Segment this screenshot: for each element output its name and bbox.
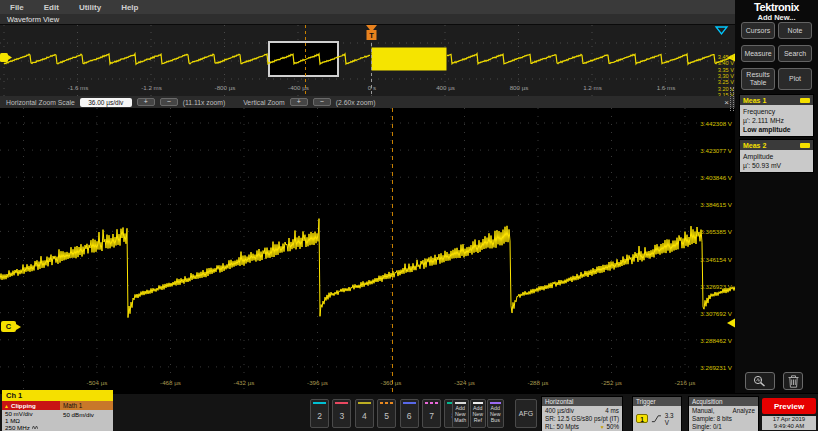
oscilloscope-app: FileEditUtilityHelp Waveform View T -1.6… xyxy=(0,0,818,431)
add-new-cursors-button[interactable]: Cursors xyxy=(741,22,775,39)
meas2-badge[interactable]: Meas 2 Amplitude µ': 50.93 mV xyxy=(739,139,814,173)
add-new-plot-button[interactable]: Plot xyxy=(778,68,812,90)
zoom-close-icon[interactable]: × xyxy=(724,98,729,107)
sidebar-splitter-handle[interactable] xyxy=(730,87,734,111)
math1-badge[interactable]: Math 1 50 dBm/div xyxy=(60,401,113,431)
main-voltage-label: 3.307692 V xyxy=(700,309,732,316)
record-length: RL: 50 Mpts xyxy=(545,423,579,431)
add-new-bus-button[interactable]: Add New Bus xyxy=(487,399,504,428)
channel4-color-strip xyxy=(358,402,371,404)
math1-badge-title[interactable]: Math 1 xyxy=(60,401,113,410)
overview-time-label: 1.2 ms xyxy=(583,84,602,91)
math1-scale: 50 dBm/div xyxy=(60,410,113,431)
add-new-label: Add New... xyxy=(735,13,818,22)
menu-item-utility[interactable]: Utility xyxy=(79,3,101,12)
add-button-color-strip xyxy=(455,402,466,404)
overview-time-label: 0 s xyxy=(368,84,376,91)
trigger-position-icon: ▼ xyxy=(600,424,605,430)
overview-scale-label: 3.35 V xyxy=(718,67,734,73)
hzoom-minus-button[interactable]: − xyxy=(160,98,178,106)
main-time-label: -396 µs xyxy=(307,379,328,386)
afg-button[interactable]: AFG xyxy=(515,399,537,428)
main-voltage-label: 3.269231 V xyxy=(700,363,732,370)
main-voltage-label: 3.403846 V xyxy=(700,174,732,181)
overview-time-label: 800 µs xyxy=(510,84,529,91)
menu-item-file[interactable]: File xyxy=(10,3,24,12)
preview-button[interactable]: Preview xyxy=(762,398,816,414)
add-new-results-table-button[interactable]: Results Table xyxy=(741,68,775,90)
waveform-view-title: Waveform View xyxy=(7,15,59,24)
control-bar: Horizontal 400 µs/div4 ms SR: 12.5 GS/s8… xyxy=(0,393,818,431)
overview-scale-label: 3.30 V xyxy=(718,73,734,79)
hzoom-scale-input[interactable]: 36.00 µs/div xyxy=(80,98,132,107)
channel7-button[interactable]: 7 xyxy=(422,399,441,428)
main-voltage-label: 3.346154 V xyxy=(700,255,732,262)
waveform-overview: T -1.6 ms-1.2 ms-800 µs-400 µs0 s400 µs8… xyxy=(0,25,735,96)
sample-res: 80 ps/pt (IT) xyxy=(585,415,619,423)
overview-time-label: -1.6 ms xyxy=(68,84,89,91)
acq-mode: Manual, xyxy=(692,407,714,415)
trigger-panel[interactable]: Trigger 1 3.3 V xyxy=(632,396,682,431)
horizontal-panel[interactable]: Horizontal 400 µs/div4 ms SR: 12.5 GS/s8… xyxy=(541,396,623,431)
trigger-panel-title: Trigger xyxy=(633,397,681,406)
add-new-measure-button[interactable]: Measure xyxy=(741,45,775,62)
channel2-button[interactable]: 2 xyxy=(310,399,329,428)
results-sidebar: Tektronix Add New... Meas 1 Frequency µ'… xyxy=(735,0,818,393)
draw-a-box-zoom-button[interactable] xyxy=(745,372,775,390)
overview-waveform-tail xyxy=(447,54,735,64)
trigger-position: ▼ 50% xyxy=(600,423,619,431)
hzoom-plus-button[interactable]: + xyxy=(137,98,155,106)
overview-time-label: -1.2 ms xyxy=(141,84,162,91)
bandwidth-icon xyxy=(32,425,38,430)
acquisition-panel-title: Acquisition xyxy=(689,397,758,406)
menu-item-help[interactable]: Help xyxy=(121,3,138,12)
channel6-button[interactable]: 6 xyxy=(400,399,419,428)
channel1-level-flag[interactable]: C xyxy=(1,321,16,332)
meas1-badge[interactable]: Meas 1 Frequency µ': 2.111 MHz Low ampli… xyxy=(739,94,814,137)
trigger-level-arrow[interactable] xyxy=(727,319,735,328)
cyan-marker-icon[interactable] xyxy=(716,27,727,34)
zoom-waveform-icon xyxy=(752,375,768,387)
horizontal-window: 4 ms xyxy=(605,407,619,415)
hzoom-factor: (11.11x zoom) xyxy=(183,99,225,106)
channel4-button[interactable]: 4 xyxy=(355,399,374,428)
channel1-badge-title[interactable]: Ch 1 xyxy=(2,390,113,401)
trash-button[interactable] xyxy=(783,372,803,390)
trash-icon xyxy=(788,375,799,388)
vzoom-factor: (2.60x zoom) xyxy=(336,99,376,106)
main-time-label: -324 µs xyxy=(454,379,475,386)
waveform-view-tab[interactable]: Waveform View xyxy=(0,14,735,25)
main-voltage-label: 3.423077 V xyxy=(700,147,732,154)
warning-icon: ▲ xyxy=(4,403,9,409)
hzoom-label: Horizontal Zoom Scale xyxy=(6,99,75,106)
channel3-button[interactable]: 3 xyxy=(332,399,351,428)
channel7-color-strip xyxy=(425,402,438,404)
main-voltage-label: 3.326923 V xyxy=(700,282,732,289)
add-new-search-button[interactable]: Search xyxy=(778,45,812,62)
add-new-math-button[interactable]: Add New Math xyxy=(452,399,469,428)
vzoom-plus-button[interactable]: + xyxy=(290,98,308,106)
overview-channel-chip[interactable] xyxy=(0,53,8,62)
vzoom-label: Vertical Zoom xyxy=(243,99,285,106)
meas1-title: Meas 1 xyxy=(743,97,766,104)
overview-time-label: -800 µs xyxy=(215,84,236,91)
main-time-label: -252 µs xyxy=(601,379,622,386)
main-grid xyxy=(0,108,735,393)
overview-burst-band xyxy=(372,48,447,71)
add-new-ref-button[interactable]: Add New Ref xyxy=(470,399,487,428)
acq-analyze: Analyze xyxy=(733,407,755,415)
acquisition-panel[interactable]: Acquisition Manual,Analyze Sample: 8 bit… xyxy=(688,396,759,431)
vzoom-minus-button[interactable]: − xyxy=(313,98,331,106)
add-new-note-button[interactable]: Note xyxy=(778,22,812,39)
time-label: 9:49:40 AM xyxy=(762,423,816,430)
menu-item-edit[interactable]: Edit xyxy=(44,3,59,12)
trigger-position-marker[interactable]: T xyxy=(366,25,377,40)
meas1-source-chip xyxy=(800,98,810,103)
meas2-title: Meas 2 xyxy=(743,142,766,149)
main-voltage-label: 3.442308 V xyxy=(700,120,732,127)
channel5-button[interactable]: 5 xyxy=(377,399,396,428)
acq-single: Single: 0/1 xyxy=(692,423,722,431)
main-waveform-view: C 3.442308 V3.423077 V3.403846 V3.384615… xyxy=(0,108,735,393)
channel1-badge[interactable]: Ch 1 ▲ Clipping 50 mV/div 1 MΩ 250 MHz M… xyxy=(2,390,113,431)
clipping-warning: ▲ Clipping xyxy=(2,401,60,410)
